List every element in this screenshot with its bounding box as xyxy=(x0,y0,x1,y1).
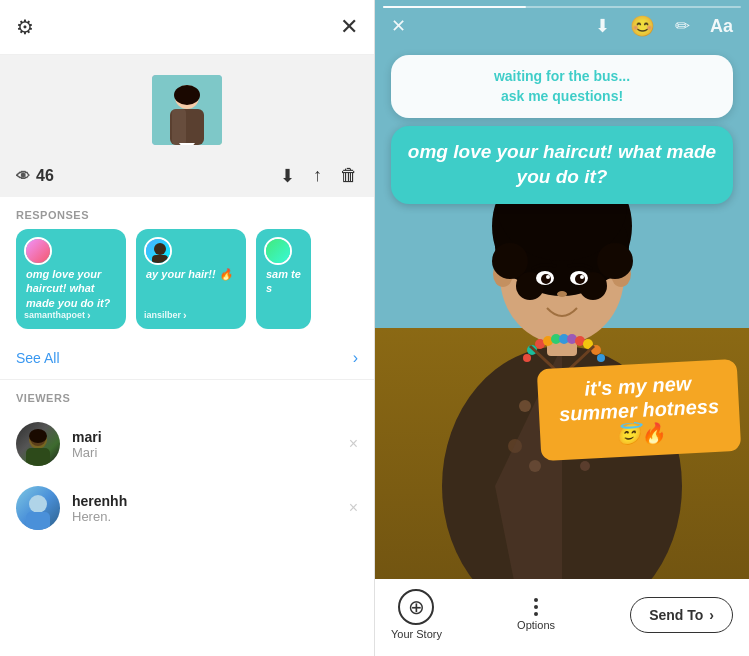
response-bubble: omg love your haircut! what made you do … xyxy=(391,126,733,203)
options-label: Options xyxy=(517,619,555,631)
story-thumb-image xyxy=(152,75,222,145)
options-action[interactable]: Options xyxy=(517,598,555,631)
stats-row: 👁 46 ⬇ ↑ 🗑 xyxy=(0,155,374,197)
dot xyxy=(534,612,538,616)
response-text: sam te s xyxy=(266,267,301,296)
story-draw-icon[interactable]: ✏ xyxy=(675,15,690,37)
svg-point-40 xyxy=(557,291,567,297)
viewers-section: mari Mari × herenhh Heren. × xyxy=(0,412,374,656)
viewer-name: herenhh xyxy=(72,493,349,509)
response-text: omg love your haircut! what made you do … xyxy=(26,267,116,310)
response-text: ay your hair!! 🔥 xyxy=(146,267,236,281)
svg-point-38 xyxy=(546,275,550,279)
download-icon[interactable]: ⬇ xyxy=(280,165,295,187)
story-bottom-bar: ⊕ Your Story Options Send To › xyxy=(375,579,749,656)
avatar-image xyxy=(26,239,50,263)
question-bubble-text: waiting for the bus...ask me questions! xyxy=(407,67,717,106)
viewer-close-icon[interactable]: × xyxy=(349,435,358,453)
response-username: samanthapoet xyxy=(24,309,91,321)
svg-point-39 xyxy=(580,275,584,279)
your-story-action[interactable]: ⊕ Your Story xyxy=(391,589,442,640)
viewer-info: herenhh Heren. xyxy=(72,493,349,524)
response-username: iansilber xyxy=(144,309,187,321)
view-number: 46 xyxy=(36,167,54,185)
responses-row: omg love your haircut! what made you do … xyxy=(0,229,374,341)
viewer-avatar-svg xyxy=(16,422,60,466)
gear-icon[interactable]: ⚙ xyxy=(16,15,34,39)
viewer-avatar-image xyxy=(16,486,60,530)
view-count: 👁 46 xyxy=(16,167,54,185)
add-story-icon[interactable]: ⊕ xyxy=(398,589,434,625)
avatar xyxy=(24,237,52,265)
send-to-button[interactable]: Send To › xyxy=(630,597,733,633)
story-sticker-icon[interactable]: 😊 xyxy=(630,14,655,38)
svg-point-11 xyxy=(29,495,47,513)
send-to-label: Send To xyxy=(649,607,703,623)
viewer-info: mari Mari xyxy=(72,429,349,460)
avatar-svg xyxy=(146,239,172,265)
svg-point-14 xyxy=(519,400,531,412)
left-panel: ⚙ ✕ 👁 46 ⬇ ↑ 🗑 xyxy=(0,0,375,656)
viewer-item: herenhh Heren. × xyxy=(0,476,374,540)
dot xyxy=(534,605,538,609)
bottom-sticker[interactable]: it's my new summer hotness 😇🔥 xyxy=(537,359,742,461)
svg-rect-6 xyxy=(152,255,168,265)
story-close-icon[interactable]: ✕ xyxy=(391,15,406,37)
dot xyxy=(534,598,538,602)
response-card-partial[interactable]: sam te s xyxy=(256,229,311,329)
thumbnail-pointer xyxy=(179,143,195,145)
response-bubble-text: omg love your haircut! what made you do … xyxy=(407,140,717,189)
avatar-image xyxy=(146,239,170,263)
eye-icon: 👁 xyxy=(16,168,30,184)
options-icon[interactable] xyxy=(534,598,538,616)
svg-point-50 xyxy=(523,354,531,362)
viewer-handle: Heren. xyxy=(72,509,349,524)
delete-icon[interactable]: 🗑 xyxy=(340,165,358,187)
svg-point-37 xyxy=(575,274,585,284)
thumbnail-preview xyxy=(152,75,222,145)
svg-point-30 xyxy=(492,243,528,279)
responses-label: RESPONSES xyxy=(0,197,374,229)
story-download-icon[interactable]: ⬇ xyxy=(595,15,610,37)
story-thumbnail[interactable] xyxy=(152,75,222,145)
svg-rect-12 xyxy=(26,512,50,530)
stats-actions: ⬇ ↑ 🗑 xyxy=(280,165,358,187)
story-progress-fill xyxy=(383,6,526,8)
question-sticker[interactable]: waiting for the bus...ask me questions! … xyxy=(391,55,733,204)
avatar xyxy=(264,237,292,265)
svg-rect-4 xyxy=(172,109,186,145)
svg-point-36 xyxy=(541,274,551,284)
svg-point-31 xyxy=(597,243,633,279)
see-all-row[interactable]: See All › xyxy=(0,341,374,380)
viewer-name: mari xyxy=(72,429,349,445)
see-all-chevron: › xyxy=(353,349,358,367)
viewer-avatar-svg xyxy=(16,486,60,530)
left-header: ⚙ ✕ xyxy=(0,0,374,55)
question-bubble: waiting for the bus...ask me questions! xyxy=(391,55,733,118)
share-icon[interactable]: ↑ xyxy=(313,165,322,187)
bottom-sticker-text: it's my new summer hotness 😇🔥 xyxy=(551,370,727,451)
viewer-avatar-image xyxy=(16,422,60,466)
send-chevron-icon: › xyxy=(709,607,714,623)
avatar xyxy=(144,237,172,265)
your-story-label: Your Story xyxy=(391,628,442,640)
story-thumb-area xyxy=(0,55,374,155)
svg-point-21 xyxy=(580,461,590,471)
right-panel: ✕ ⬇ 😊 ✏ Aa waiting for the bus...ask me … xyxy=(375,0,749,656)
viewer-close-icon[interactable]: × xyxy=(349,499,358,517)
svg-rect-10 xyxy=(26,448,50,466)
viewer-handle: Mari xyxy=(72,445,349,460)
close-icon[interactable]: ✕ xyxy=(340,14,358,40)
story-text-icon[interactable]: Aa xyxy=(710,16,733,37)
response-card[interactable]: ay your hair!! 🔥 iansilber xyxy=(136,229,246,329)
see-all-text: See All xyxy=(16,350,60,366)
svg-point-9 xyxy=(29,429,47,443)
viewers-label: VIEWERS xyxy=(0,380,374,412)
response-card[interactable]: omg love your haircut! what made you do … xyxy=(16,229,126,329)
svg-point-51 xyxy=(597,354,605,362)
viewer-item: mari Mari × xyxy=(0,412,374,476)
svg-point-2 xyxy=(174,85,200,105)
avatar-image xyxy=(266,239,290,263)
viewer-avatar xyxy=(16,486,60,530)
viewer-avatar xyxy=(16,422,60,466)
